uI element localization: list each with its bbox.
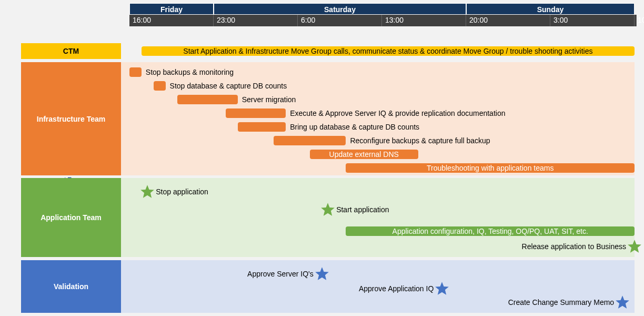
svg-marker-5 — [616, 295, 629, 309]
bar-label: Troubleshooting with application teams — [346, 163, 635, 173]
lane-label-text: Infrastructure Team — [37, 115, 105, 123]
star-icon — [615, 295, 630, 310]
bar-label: Stop backups & monitoring — [146, 67, 234, 77]
star-label: Start application — [336, 205, 389, 214]
star-icon — [320, 202, 335, 217]
day-header-sunday: Sunday — [466, 3, 635, 15]
star-label: Create Change Summary Memo — [508, 298, 615, 307]
star-icon — [315, 266, 329, 281]
time-tick: 3:00 — [550, 15, 635, 26]
svg-marker-4 — [435, 282, 449, 295]
time-tick: 10:00 — [635, 15, 637, 26]
star-icon — [140, 184, 155, 199]
svg-marker-2 — [628, 240, 641, 253]
time-tick-label: 16:00 — [133, 16, 151, 24]
lane-label-infra: Infrastructure Team — [21, 62, 121, 175]
bar — [274, 136, 346, 145]
svg-marker-3 — [315, 267, 329, 280]
star-label: Approve Server IQ's — [247, 269, 314, 279]
time-tick-label: 6:00 — [301, 16, 315, 24]
bar-label: Stop database & capture DB counts — [170, 81, 287, 91]
star-label: Stop application — [156, 187, 208, 196]
time-tick-label: 10:00 — [638, 16, 644, 24]
lane-label-app: Application Team — [21, 178, 121, 257]
time-tick-label: 3:00 — [554, 16, 568, 24]
time-tick: 16:00 — [129, 15, 214, 26]
time-tick-label: 13:00 — [385, 16, 404, 24]
time-tick-label: 20:00 — [469, 16, 488, 24]
star-label: Approve Application IQ — [359, 284, 434, 293]
bar — [154, 81, 166, 91]
bar-label: Server migration — [242, 95, 296, 104]
time-tick: 23:00 — [214, 15, 298, 26]
lane-label-text: CTM — [63, 47, 79, 55]
time-tick: 20:00 — [466, 15, 550, 26]
star-icon — [435, 281, 449, 296]
bar — [238, 122, 286, 132]
day-header-saturday: Saturday — [214, 3, 466, 15]
lane-label-text: Application Team — [41, 213, 102, 222]
bar-label: Bring up database & capture DB counts — [290, 122, 419, 132]
svg-marker-0 — [140, 185, 154, 198]
bar — [177, 95, 237, 104]
time-tick: 13:00 — [382, 15, 466, 26]
bar-label: Start Application & Infrastructure Move … — [142, 46, 635, 56]
bar — [129, 67, 142, 77]
bar-label: Update external DNS — [310, 150, 418, 159]
lane-label-val: Validation — [21, 260, 121, 313]
bar-label: Reconfigure backups & capture full backu… — [350, 136, 490, 145]
svg-marker-1 — [321, 203, 335, 216]
star-icon — [627, 239, 642, 254]
day-header-friday: Friday — [129, 3, 214, 15]
star-label: Release application to Business — [522, 242, 626, 251]
bar-label: Execute & Approve Server IQ & provide re… — [290, 108, 505, 118]
lane-label-text: Validation — [54, 282, 88, 291]
time-tick-label: 23:00 — [217, 16, 235, 24]
time-tick: 6:00 — [298, 15, 382, 26]
lane-label-ctm: CTM — [21, 43, 121, 59]
bar — [226, 108, 286, 118]
bar-label: Application configuration, IQ, Testing, … — [346, 226, 635, 236]
